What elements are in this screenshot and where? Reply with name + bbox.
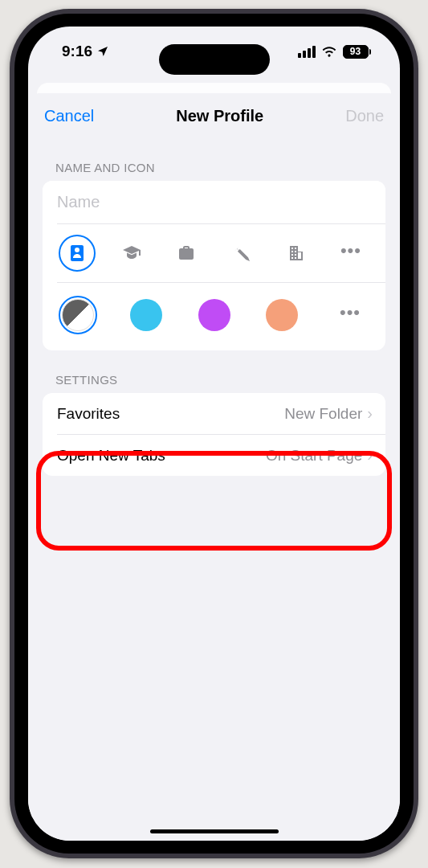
color-blue[interactable] xyxy=(127,296,165,334)
badge-icon[interactable] xyxy=(59,235,96,272)
battery-icon: 93 xyxy=(343,45,372,59)
done-button[interactable]: Done xyxy=(345,107,384,125)
building-icon[interactable] xyxy=(278,235,315,272)
chevron-right-icon: › xyxy=(367,404,373,423)
briefcase-icon[interactable] xyxy=(168,235,205,272)
favorites-row[interactable]: Favorites New Folder › xyxy=(43,393,385,434)
cellular-signal-icon xyxy=(298,46,316,58)
name-icon-card: ••• ••• xyxy=(43,181,385,350)
color-orange[interactable] xyxy=(263,296,301,334)
location-arrow-icon xyxy=(96,45,109,58)
favorites-value: New Folder xyxy=(284,405,362,423)
icon-picker-row: ••• xyxy=(43,224,385,282)
home-indicator[interactable] xyxy=(150,829,279,833)
wifi-icon xyxy=(321,43,337,59)
graduation-cap-icon[interactable] xyxy=(113,235,150,272)
settings-label: SETTINGS xyxy=(28,350,400,393)
color-purple[interactable] xyxy=(195,296,234,334)
profile-name-input[interactable] xyxy=(43,181,385,223)
color-two-tone[interactable] xyxy=(59,296,97,334)
open-new-tabs-row[interactable]: Open New Tabs On Start Page › xyxy=(43,435,385,476)
phone-frame: 9:16 93 xyxy=(10,9,418,858)
status-bar: 9:16 93 xyxy=(28,27,400,76)
color-picker-row: ••• xyxy=(43,283,385,350)
new-profile-sheet: Cancel New Profile Done NAME AND ICON xyxy=(28,93,400,841)
settings-card: Favorites New Folder › Open New Tabs On … xyxy=(43,393,385,476)
name-and-icon-label: NAME AND ICON xyxy=(28,138,400,181)
more-colors-button[interactable]: ••• xyxy=(331,296,369,334)
hammer-icon[interactable] xyxy=(223,235,260,272)
status-time: 9:16 xyxy=(62,43,92,60)
favorites-label: Favorites xyxy=(57,405,120,423)
sheet-title: New Profile xyxy=(176,107,263,125)
cancel-button[interactable]: Cancel xyxy=(44,107,94,125)
open-new-tabs-label: Open New Tabs xyxy=(57,447,165,465)
more-icons-button[interactable]: ••• xyxy=(332,235,369,272)
chevron-right-icon: › xyxy=(367,446,373,465)
open-new-tabs-value: On Start Page xyxy=(266,447,362,465)
